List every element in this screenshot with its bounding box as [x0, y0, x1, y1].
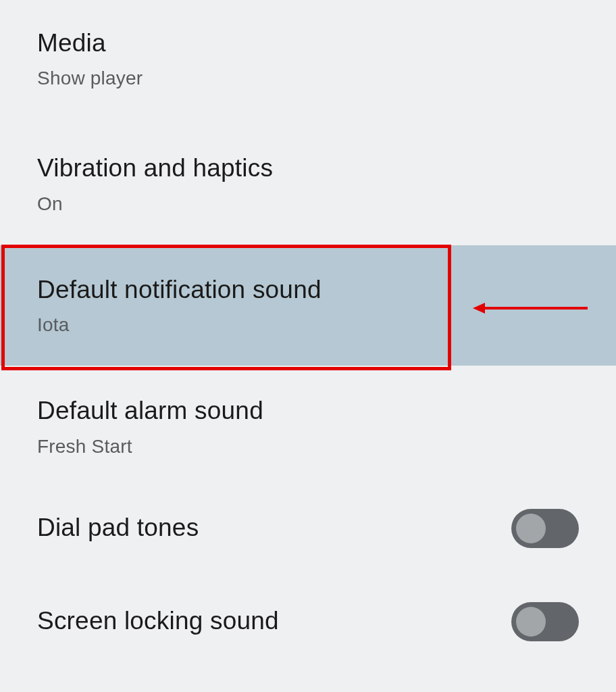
item-title: Screen locking sound	[37, 606, 279, 636]
settings-item-vibration[interactable]: Vibration and haptics On	[0, 116, 616, 245]
toggle-switch-screen-lock[interactable]	[511, 602, 579, 641]
item-title: Dial pad tones	[37, 513, 199, 543]
settings-item-screen-locking-sound[interactable]: Screen locking sound	[0, 578, 616, 662]
settings-item-notification-sound[interactable]: Default notification sound Iota	[0, 245, 616, 366]
item-subtitle: Show player	[37, 68, 579, 89]
toggle-thumb	[516, 607, 546, 637]
item-title: Media	[37, 28, 579, 58]
toggle-thumb	[516, 514, 546, 543]
item-title: Default alarm sound	[37, 396, 579, 426]
item-subtitle: Iota	[37, 314, 579, 336]
item-subtitle: On	[37, 193, 579, 215]
settings-item-dial-pad-tones[interactable]: Dial pad tones	[0, 483, 616, 578]
item-title: Default notification sound	[37, 275, 579, 305]
item-title: Vibration and haptics	[37, 153, 579, 183]
settings-item-media[interactable]: Media Show player	[0, 0, 616, 116]
toggle-switch-dial-pad[interactable]	[511, 509, 579, 548]
settings-item-alarm-sound[interactable]: Default alarm sound Fresh Start	[0, 366, 616, 483]
item-subtitle: Fresh Start	[37, 436, 579, 458]
